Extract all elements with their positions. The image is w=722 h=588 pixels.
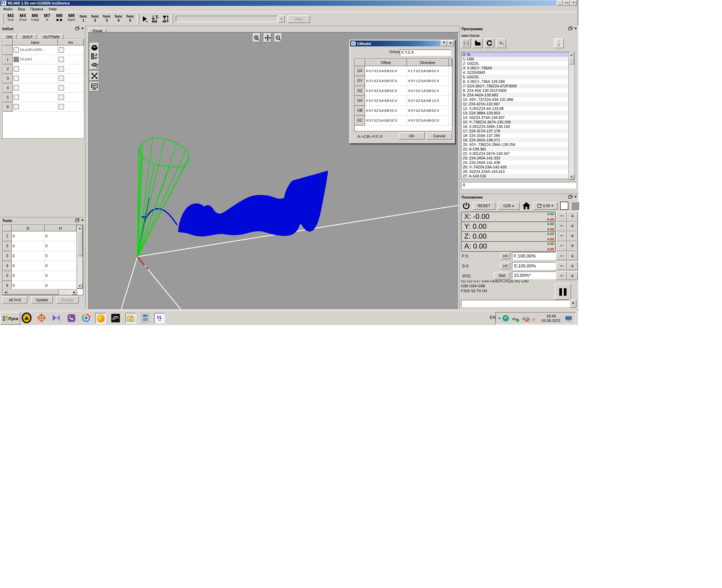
- m7-coolant-mist-button[interactable]: M7≋: [41, 13, 53, 25]
- scroll-down-icon[interactable]: ▼: [77, 283, 82, 289]
- taskbar-kmplayer-icon[interactable]: [52, 313, 61, 323]
- gcode-line[interactable]: 15: Y-.738Z24.367A-135.209: [461, 120, 571, 124]
- gmodel-dialog[interactable]: VL GModel ? × GAxis X,Y,Z,A Offset Direc…: [349, 40, 456, 144]
- float-panel-icon[interactable]: [75, 218, 79, 222]
- a-axis-dro[interactable]: A: 0.000.000.00: [461, 241, 556, 252]
- clear-button[interactable]: clear: [287, 15, 310, 23]
- gcode-line[interactable]: 9: Z24.442A-130.683: [461, 93, 571, 97]
- close-button[interactable]: ×: [570, 0, 577, 6]
- gcode-list[interactable]: 0: % 1: G90 2: G0Z25. 3: X.001Y-.736A0 4…: [461, 52, 571, 179]
- scroll-thumb[interactable]: [8, 290, 59, 295]
- toolbar-grip[interactable]: [1, 14, 4, 24]
- scroll-up-icon[interactable]: ▲: [569, 52, 574, 58]
- table-row[interactable]: 2: [3, 64, 84, 74]
- gcode-line[interactable]: 25: Y-.74Z24.23A-142.426: [461, 165, 571, 169]
- table-row[interactable]: GXX 0,Y 0,Z 0,A 0,B 0,C 0X 1,Y 0,Z 0,A 0…: [355, 66, 452, 76]
- a-minus-button[interactable]: −: [556, 241, 567, 251]
- m8-coolant-flood-button[interactable]: M8● ●: [54, 13, 65, 25]
- show-desktop-icon[interactable]: [564, 315, 573, 322]
- din0-checkbox[interactable]: [14, 47, 19, 53]
- dialog-close-button[interactable]: ×: [447, 41, 454, 46]
- x-minus-button[interactable]: −: [556, 212, 567, 222]
- s-override-input[interactable]: S:100,00%: [512, 262, 556, 270]
- close-panel-icon[interactable]: ×: [574, 195, 577, 198]
- visibility-button[interactable]: [90, 60, 99, 70]
- func1-button[interactable]: func1: [78, 13, 89, 25]
- gcode-line[interactable]: 8: Z24.45A-130.251F2600: [461, 88, 571, 93]
- tools-hscrollbar[interactable]: ◀ ▶: [3, 289, 77, 295]
- reset-button[interactable]: RESET: [473, 202, 495, 210]
- tools-vscrollbar[interactable]: ▲ ▼: [77, 225, 83, 289]
- gcode-line[interactable]: 14: X0Z24.373A-134.637: [461, 115, 571, 120]
- power-button[interactable]: [462, 202, 470, 210]
- probe-height-button[interactable]: H: [151, 14, 160, 24]
- gcode-line[interactable]: 20: X0Y-.739Z24.296A-139.256: [461, 142, 571, 147]
- s-minus-button[interactable]: −: [556, 261, 567, 270]
- menu-view[interactable]: Вид: [15, 6, 28, 12]
- func2-button[interactable]: func2: [90, 13, 100, 25]
- gcode-line[interactable]: 6: X.001Y-.736A-129.269: [461, 79, 571, 84]
- scroll-up-icon[interactable]: ▲: [77, 226, 82, 231]
- table-row[interactable]: inLock0,inEM...: [3, 45, 84, 55]
- mdi-command-combobox[interactable]: ▼: [176, 16, 285, 22]
- menu-edit[interactable]: Правка: [28, 6, 46, 12]
- table-row[interactable]: GYX 0,Y 0,Z 0,A 0,B 0,C 0X 0,Y 1,Z 0,A 0…: [355, 76, 452, 86]
- toolbar-grip[interactable]: [171, 14, 173, 24]
- run-program-button[interactable]: [141, 14, 149, 24]
- scroll-thumb[interactable]: [77, 231, 82, 256]
- tray-mute-icon[interactable]: [522, 315, 529, 321]
- g28-home-button[interactable]: G28 ▼: [498, 202, 520, 210]
- inv0-checkbox[interactable]: [59, 47, 64, 53]
- update-button[interactable]: Update: [31, 296, 53, 303]
- inv2-checkbox[interactable]: [59, 66, 64, 71]
- help-button[interactable]: ?: [441, 41, 447, 46]
- din4-checkbox[interactable]: [14, 85, 19, 90]
- minimize-button[interactable]: _: [557, 0, 563, 6]
- float-panel-icon[interactable]: [568, 195, 572, 198]
- m4-spindle-ccw-button[interactable]: M4↺ccw: [17, 13, 28, 25]
- fit-view-button[interactable]: [90, 71, 99, 81]
- gmodel-title-bar[interactable]: VL GModel ? ×: [350, 41, 455, 46]
- inv5-checkbox[interactable]: [59, 94, 64, 100]
- a-plus-button[interactable]: +: [567, 241, 578, 251]
- white-color-swatch[interactable]: [560, 202, 568, 210]
- gcode-line[interactable]: 27: A-143.516: [461, 174, 571, 178]
- gcode-line[interactable]: 0: %: [461, 52, 571, 57]
- message-combobox[interactable]: ▼: [461, 300, 577, 307]
- visual-viewport[interactable]: VL GModel ? × GAxis X,Y,Z,A Offset Direc…: [88, 32, 459, 310]
- func4-button[interactable]: func4: [113, 13, 124, 25]
- jog-fast-button[interactable]: fast: [494, 272, 510, 279]
- gcode-line[interactable]: 13: Z24.388A-133.653: [461, 111, 571, 115]
- simulation-screen-button[interactable]: [90, 82, 99, 91]
- taskbar-acdsee-icon[interactable]: [37, 313, 46, 323]
- gcode-line[interactable]: 7: G1X.001Y-.736Z24.472F3000: [461, 84, 571, 88]
- gcode-line[interactable]: 2: G0Z25.: [461, 61, 571, 66]
- f-100-button[interactable]: 100: [500, 253, 510, 259]
- gcode-line[interactable]: 19: Z24.302A-138.271: [461, 138, 571, 142]
- din5-checkbox[interactable]: [14, 94, 19, 100]
- tray-app-icon[interactable]: [503, 315, 509, 321]
- gcode-line[interactable]: 1: G90: [461, 57, 571, 61]
- pan-button[interactable]: [264, 33, 271, 42]
- inv3-checkbox[interactable]: [59, 76, 64, 81]
- gcode-line[interactable]: 5: G0Z25.: [461, 75, 571, 79]
- start-button[interactable]: Пуск: [0, 312, 20, 324]
- table-row[interactable]: GAX 0,Y 0,Z 0,A 0,B 0,C 0X 0,Y 0,Z 0,A 0…: [355, 96, 452, 106]
- gcode-line[interactable]: 3: X.001Y-.736A0: [461, 66, 571, 70]
- gcode-line[interactable]: 10: X0Y-.737Z24.43A-131.666: [461, 97, 571, 102]
- title-bar[interactable]: VL WLMill 1.5h ver=210826 /noDevice _ ▭ …: [0, 0, 577, 6]
- toolbar-grip[interactable]: [137, 14, 139, 24]
- scroll-right-icon[interactable]: ▶: [72, 290, 77, 295]
- table-row[interactable]: 200: [3, 241, 76, 251]
- z-plus-button[interactable]: +: [567, 231, 578, 241]
- taskbar-calculator-icon[interactable]: 0: [140, 313, 150, 323]
- table-row[interactable]: 300: [3, 251, 76, 261]
- y-axis-dro[interactable]: Y: 0.000.000.00: [461, 222, 556, 232]
- f-minus-button[interactable]: −: [556, 252, 567, 260]
- close-panel-icon[interactable]: ×: [81, 218, 84, 222]
- jog-step-input[interactable]: 10,00%*: [512, 272, 556, 279]
- z-axis-dro[interactable]: Z: 0.000.000.00: [461, 231, 556, 242]
- table-row[interactable]: 1 inLock1: [3, 55, 84, 64]
- gaxis-input[interactable]: X,Y,Z,A: [400, 49, 451, 56]
- accept-button[interactable]: Accept: [56, 296, 79, 303]
